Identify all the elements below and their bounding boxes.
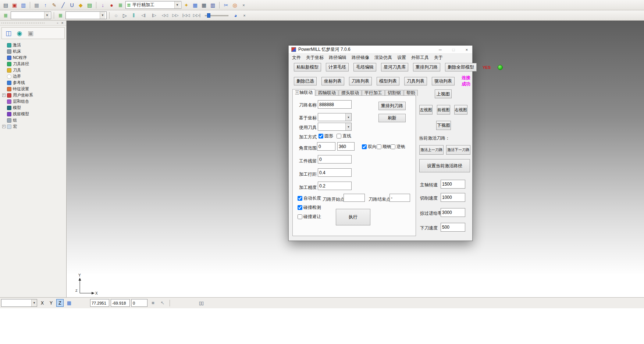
axis-z-button[interactable]: Z (56, 299, 64, 307)
start-point-input[interactable] (344, 194, 365, 202)
toolbar-close-icon[interactable]: × (241, 11, 248, 19)
toolbar-close-icon[interactable]: × (240, 1, 248, 9)
collision-avoid-checkbox[interactable]: 碰撞避让 (298, 214, 321, 220)
lock-icon[interactable]: ▣ (26, 29, 35, 38)
tree-item-active[interactable]: 激活 (2, 42, 65, 48)
strategy-combo[interactable]: ≣ 平行精加工 ▼ (125, 1, 181, 9)
angle-to-input[interactable] (337, 142, 355, 151)
compute-stock-button[interactable]: 计算毛坯 (326, 63, 349, 71)
printer-icon[interactable]: ▥ (19, 1, 27, 9)
menu-external-tools[interactable]: 外部工具 (409, 54, 431, 61)
chevron-down-icon[interactable]: ▼ (31, 299, 37, 306)
tree-item-nc-programs[interactable]: NC程序 (2, 55, 65, 61)
maximize-button[interactable]: □ (448, 46, 459, 53)
curve-u-icon[interactable]: U (68, 1, 76, 9)
stock-block-icon[interactable]: ▦ (33, 1, 40, 9)
sim-speed-slider[interactable] (205, 13, 228, 18)
refresh-button[interactable]: 刷新 (378, 114, 406, 122)
status-combo[interactable]: ▼ (1, 299, 37, 307)
expander-icon[interactable]: + (2, 94, 6, 97)
coord-z-input[interactable] (131, 299, 147, 307)
tab-saw[interactable]: 切割锯 (385, 90, 403, 96)
diamond-check-icon[interactable]: ◆ (77, 1, 85, 9)
rearrange-button[interactable]: 重排列刀路 (378, 102, 406, 110)
pattern-edit-icon[interactable]: ✎ (50, 1, 58, 9)
stock-allowance-input[interactable] (318, 155, 352, 164)
chevron-down-icon[interactable]: ▼ (174, 1, 180, 8)
use-tool-combo[interactable]: ▼ (318, 123, 352, 131)
rewind-button[interactable]: ◁◁ (160, 11, 170, 19)
circle-checkbox[interactable]: 圆形 (319, 133, 333, 139)
step-forward-button[interactable]: |▷ (149, 11, 159, 19)
tool-library-button[interactable]: 星河刀具库 (381, 63, 408, 71)
menu-about[interactable]: 关于 (431, 54, 445, 61)
sim-macro-icon[interactable]: ≣ (2, 11, 10, 19)
explorer-tree-icon[interactable]: ◫ (4, 29, 13, 38)
collision-check-checkbox[interactable]: 碰撞检测 (298, 204, 321, 211)
activate-prev-button[interactable]: 激活上一刀路 (419, 145, 444, 155)
tree-item-boundaries[interactable]: 边界 (2, 73, 65, 80)
menu-settings[interactable]: 设置 (395, 54, 409, 61)
line-draw-icon[interactable]: ╱ (59, 1, 67, 9)
coords-list-button[interactable]: 坐标列表 (321, 77, 344, 85)
paste-new-model-button[interactable]: 粘贴新模型 (294, 63, 321, 71)
view-top-button[interactable]: 上视图 (435, 89, 452, 98)
sim-tool-combo[interactable]: ▼ (65, 11, 107, 19)
auto-length-checkbox-input[interactable] (298, 196, 302, 201)
coord-y-input[interactable] (111, 299, 130, 307)
tab-help[interactable]: 帮助 (404, 90, 418, 96)
tree-item-tools[interactable]: 刀具 (2, 67, 65, 73)
tolerance-input[interactable] (318, 182, 352, 190)
panel-close-icon[interactable]: × (60, 21, 65, 25)
tab-4axis[interactable]: 四轴联动 (316, 90, 338, 96)
tree-item-models[interactable]: 模型 (2, 105, 65, 111)
set-active-path-button[interactable]: 设置当前激活路径 (419, 159, 470, 172)
collision-avoid-checkbox-input[interactable] (298, 214, 302, 219)
tree-item-macros[interactable]: +宏 (2, 123, 65, 130)
stock-edit-button[interactable]: 毛坯编辑 (353, 63, 376, 71)
insert-file-icon[interactable]: ↓ (99, 1, 107, 9)
chevron-down-icon[interactable]: ▼ (44, 12, 50, 19)
menu-path-edit[interactable]: 路径编辑 (326, 54, 349, 61)
panel-float-icon[interactable]: ▫ (55, 21, 60, 25)
globe-icon[interactable]: ◉ (15, 29, 24, 38)
menu-file[interactable]: 文件 (289, 54, 303, 61)
fast-forward-button[interactable]: ▷▷ (171, 11, 180, 19)
bulb-icon[interactable]: ○ (112, 11, 120, 19)
calculator-icon[interactable]: ▦ (200, 1, 208, 9)
tab-3axis[interactable]: 三轴联动 (292, 89, 315, 96)
grid-toggle-icon[interactable]: ▦ (65, 299, 73, 307)
axis-y-button[interactable]: Y (47, 299, 55, 307)
activate-next-button[interactable]: 激活下一刀路 (446, 145, 470, 155)
bidirectional-checkbox-input[interactable] (362, 144, 367, 149)
sim-entity-combo[interactable]: ▼ (11, 11, 51, 19)
minimize-button[interactable]: ─ (435, 46, 446, 53)
view-front-button[interactable]: 前视图 (437, 105, 450, 115)
delete-all-models-button[interactable]: 删除全部模型 (445, 63, 477, 71)
menu-render-sim[interactable]: 渲染仿真 (372, 54, 395, 61)
chevron-down-icon[interactable]: ▼ (345, 123, 351, 130)
tree-item-feature-sets[interactable]: 特征设置 (2, 86, 65, 92)
angle-from-input[interactable] (317, 142, 335, 151)
record-macro-icon[interactable]: ● (108, 1, 115, 9)
dialog-titlebar[interactable]: PowerMILL 忆梦星河 7.0.6 ─ □ × (289, 46, 472, 54)
slider-handle[interactable] (207, 13, 210, 18)
tree-item-stock-models[interactable]: 残留模型 (2, 111, 65, 117)
panel-grip[interactable]: ▫ × (0, 21, 66, 26)
end-point-input[interactable] (389, 194, 410, 202)
raise-toolpath-icon[interactable]: ↑ (42, 1, 49, 9)
tree-item-toolpaths[interactable]: 刀具路径 (2, 61, 65, 67)
expander-icon[interactable]: + (2, 125, 6, 128)
tree-item-workplanes[interactable]: +用户坐标系 (2, 92, 65, 98)
tree-item-patterns[interactable]: 参考线 (2, 80, 65, 86)
spindle-speed-input[interactable] (441, 180, 465, 189)
model-list-button[interactable]: 模型列表 (377, 77, 399, 85)
pause-button[interactable]: ‖ (130, 11, 138, 19)
cutting-feed-input[interactable] (441, 193, 465, 202)
view-left-button[interactable]: 左视图 (419, 105, 433, 115)
line-checkbox[interactable]: 直线 (337, 133, 351, 139)
chevron-down-icon[interactable]: ▼ (345, 113, 351, 121)
circle-checkbox-input[interactable] (319, 134, 323, 138)
step-back-button[interactable]: ◁| (139, 11, 148, 19)
stepover-input[interactable] (318, 168, 352, 177)
